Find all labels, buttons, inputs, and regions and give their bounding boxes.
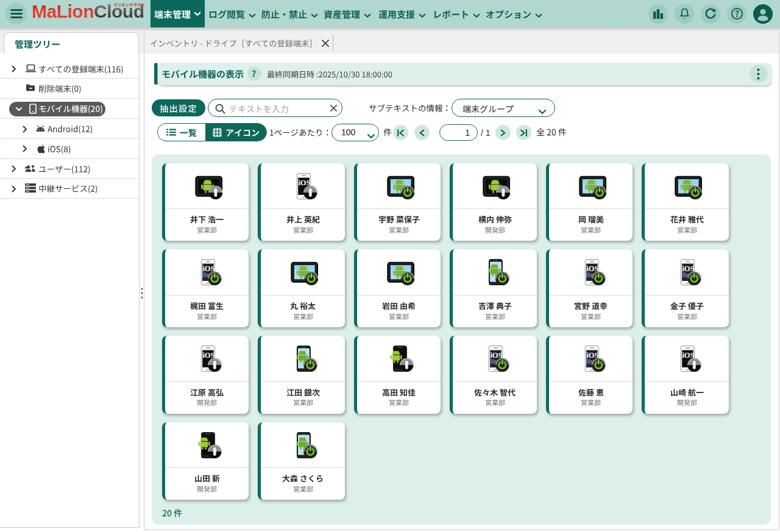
svg-text:iOS: iOS — [298, 178, 310, 186]
svg-text:iOS: iOS — [202, 351, 214, 360]
svg-text:iOS: iOS — [586, 351, 598, 360]
svg-text:iOS: iOS — [202, 264, 214, 273]
svg-text:iOS: iOS — [490, 351, 502, 360]
svg-text:iOS: iOS — [682, 264, 694, 273]
svg-text:iOS: iOS — [586, 264, 598, 273]
svg-text:iOS: iOS — [682, 351, 694, 360]
